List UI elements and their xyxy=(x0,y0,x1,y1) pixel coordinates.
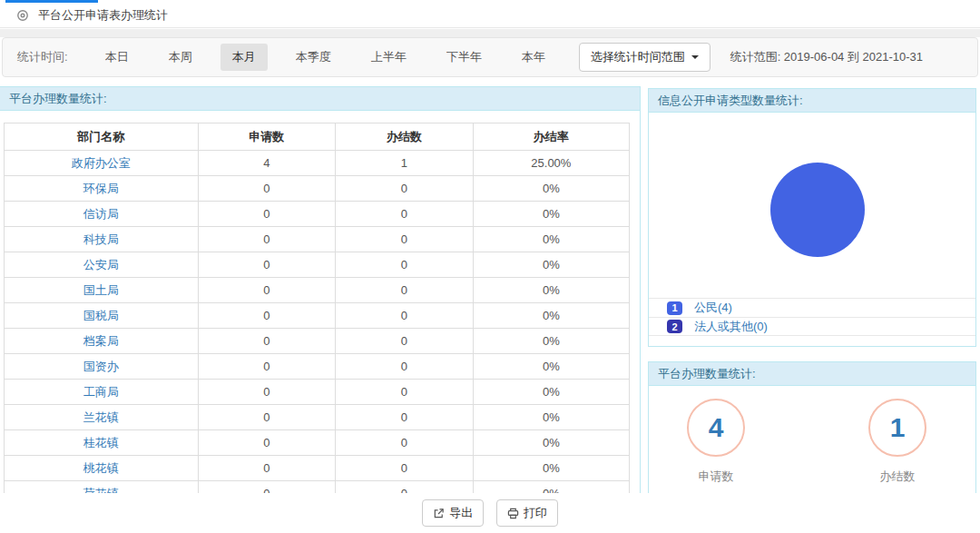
department-link[interactable]: 环保局 xyxy=(5,176,199,202)
stat-value: 1 xyxy=(890,412,906,443)
table-row: 科技局000% xyxy=(5,227,630,252)
stat-label: 申请数 xyxy=(674,469,758,485)
department-link[interactable]: 科技局 xyxy=(5,227,199,252)
table-cell: 0 xyxy=(336,278,474,303)
department-table: 部门名称申请数办结数办结率 政府办公室4125.00%环保局000%信访局000… xyxy=(4,123,630,493)
legend-item[interactable]: 2法人或其他(0) xyxy=(649,317,975,336)
table-cell: 0 xyxy=(198,176,336,202)
legend-label: 公民(4) xyxy=(694,300,732,316)
print-button-label: 打印 xyxy=(524,505,547,521)
export-icon xyxy=(433,508,445,519)
table-row: 桂花镇000% xyxy=(5,430,630,456)
legend-item[interactable]: 1公民(4) xyxy=(649,298,975,317)
request-type-panel-header: 信息公开申请类型数量统计: xyxy=(649,89,975,113)
table-cell: 0 xyxy=(336,481,474,494)
department-link[interactable]: 档案局 xyxy=(5,329,199,354)
table-cell: 0 xyxy=(336,380,474,405)
footer-toolbar: 导出 打印 xyxy=(0,496,980,527)
divider-strip xyxy=(0,29,980,37)
table-cell: 0 xyxy=(198,278,336,303)
table-cell: 0 xyxy=(198,380,336,405)
table-cell: 0 xyxy=(198,329,336,354)
table-cell: 0% xyxy=(473,176,629,202)
legend-badge: 2 xyxy=(667,320,682,333)
table-cell: 0% xyxy=(473,252,629,278)
filter-option-本月[interactable]: 本月 xyxy=(220,44,268,71)
department-link[interactable]: 国土局 xyxy=(5,278,199,303)
table-cell: 0% xyxy=(473,456,629,481)
table-cell: 0 xyxy=(336,456,474,481)
table-cell: 0 xyxy=(198,202,336,227)
table-cell: 0 xyxy=(336,354,474,380)
filter-option-本周[interactable]: 本周 xyxy=(157,44,204,71)
filter-option-下半年[interactable]: 下半年 xyxy=(435,44,494,71)
filter-option-本日[interactable]: 本日 xyxy=(93,44,141,71)
filter-options: 本日本周本月本季度上半年下半年本年 xyxy=(93,44,573,71)
date-range-dropdown-label: 选择统计时间范围 xyxy=(591,49,685,65)
table-cell: 0 xyxy=(198,227,336,252)
department-link[interactable]: 荷花镇 xyxy=(5,481,199,494)
table-row: 档案局000% xyxy=(5,329,630,354)
table-cell: 0 xyxy=(198,303,336,329)
table-row: 国资办000% xyxy=(5,354,630,380)
department-link[interactable]: 公安局 xyxy=(5,252,199,278)
table-header-row: 部门名称申请数办结数办结率 xyxy=(5,123,630,151)
filter-bar: 统计时间: 本日本周本月本季度上半年下半年本年 选择统计时间范围 统计范围: 2… xyxy=(2,37,978,77)
export-button[interactable]: 导出 xyxy=(422,499,484,527)
pie-legend: 1公民(4)2法人或其他(0) xyxy=(649,298,975,336)
export-button-label: 导出 xyxy=(449,505,473,521)
table-row: 政府办公室4125.00% xyxy=(5,151,630,176)
table-cell: 0% xyxy=(473,354,629,380)
table-cell: 0 xyxy=(336,430,474,456)
department-panel-header: 平台办理数量统计: xyxy=(0,87,640,111)
department-link[interactable]: 国税局 xyxy=(5,303,199,329)
stat-circle-申请数: 4申请数 xyxy=(674,399,758,485)
content-area: 平台办理数量统计: 部门名称申请数办结数办结率 政府办公室4125.00%环保局… xyxy=(0,86,980,493)
department-link[interactable]: 兰花镇 xyxy=(5,405,199,430)
stat-value: 4 xyxy=(709,412,724,443)
print-button[interactable]: 打印 xyxy=(496,499,558,527)
table-cell: 0 xyxy=(336,405,474,430)
table-cell: 4 xyxy=(198,151,336,176)
table-cell: 0 xyxy=(198,430,336,456)
table-row: 荷花镇000% xyxy=(5,481,630,494)
department-link[interactable]: 桃花镇 xyxy=(5,456,199,481)
app-window: 平台公开申请表办理统计 统计时间: 本日本周本月本季度上半年下半年本年 选择统计… xyxy=(0,0,980,533)
legend-badge: 1 xyxy=(667,301,682,315)
filter-option-上半年[interactable]: 上半年 xyxy=(359,44,418,71)
department-link[interactable]: 桂花镇 xyxy=(5,430,199,456)
table-cell: 0% xyxy=(473,227,629,252)
department-link[interactable]: 工商局 xyxy=(5,380,199,405)
stat-circle-办结数: 1办结数 xyxy=(856,399,939,485)
stat-range-text: 统计范围: 2019-06-04 到 2021-10-31 xyxy=(730,49,923,65)
table-row: 国土局000% xyxy=(5,278,630,303)
table-cell: 0 xyxy=(336,202,474,227)
department-link[interactable]: 国资办 xyxy=(5,354,199,380)
table-cell: 0% xyxy=(473,329,629,354)
column-header: 办结数 xyxy=(336,123,474,151)
request-type-panel: 信息公开申请类型数量统计: 1公民(4)2法人或其他(0) xyxy=(648,88,976,347)
table-cell: 0 xyxy=(198,354,336,380)
titlebar: 平台公开申请表办理统计 xyxy=(0,3,980,28)
table-row: 桃花镇000% xyxy=(5,456,630,481)
table-cell: 0 xyxy=(198,456,336,481)
department-link[interactable]: 政府办公室 xyxy=(5,151,199,176)
department-link[interactable]: 信访局 xyxy=(5,202,199,227)
table-row: 环保局000% xyxy=(5,176,630,202)
table-body: 政府办公室4125.00%环保局000%信访局000%科技局000%公安局000… xyxy=(5,151,630,494)
table-cell: 0% xyxy=(473,405,629,430)
table-cell: 0 xyxy=(198,252,336,278)
stat-label: 办结数 xyxy=(856,469,939,485)
filter-option-本年[interactable]: 本年 xyxy=(510,44,557,71)
date-range-dropdown[interactable]: 选择统计时间范围 xyxy=(579,43,710,72)
pie-chart xyxy=(770,163,865,257)
legend-label: 法人或其他(0) xyxy=(694,319,768,335)
page-title: 平台公开申请表办理统计 xyxy=(38,7,168,24)
stat-ring: 1 xyxy=(868,399,926,457)
column-header: 办结率 xyxy=(473,123,629,151)
filter-option-本季度[interactable]: 本季度 xyxy=(284,44,343,71)
table-row: 信访局000% xyxy=(5,202,630,227)
table-cell: 0 xyxy=(198,481,336,494)
table-cell: 0% xyxy=(473,430,629,456)
table-row: 兰花镇000% xyxy=(5,405,630,430)
